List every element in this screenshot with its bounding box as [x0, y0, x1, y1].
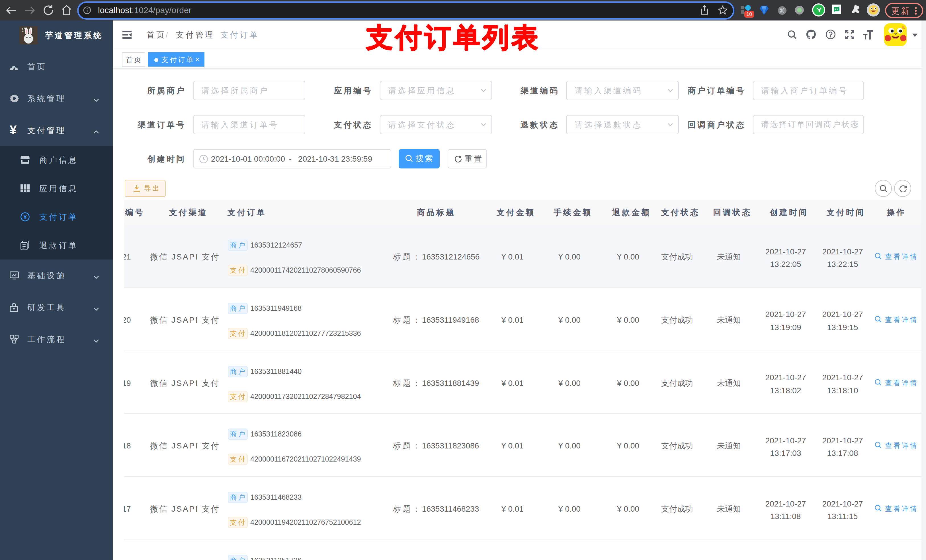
svg-text:⌘: ⌘ [780, 8, 785, 14]
svg-text:¥: ¥ [23, 214, 27, 220]
